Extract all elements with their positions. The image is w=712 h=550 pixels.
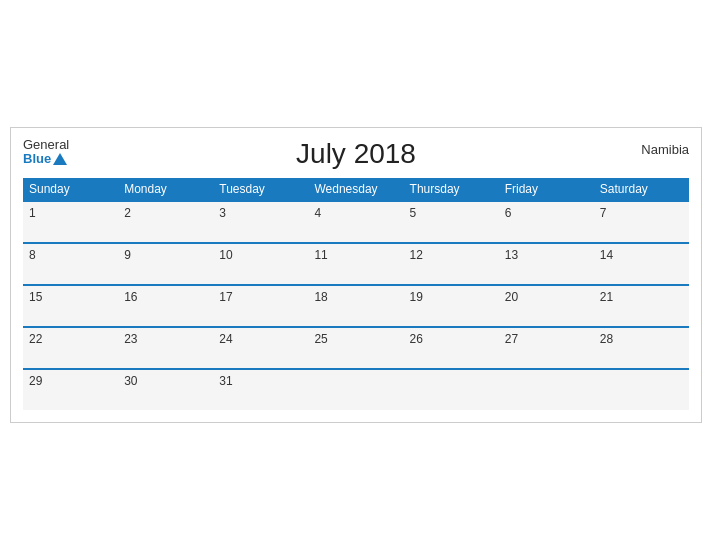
day-cell: 4 bbox=[308, 201, 403, 243]
day-cell: 14 bbox=[594, 243, 689, 285]
day-cell: 10 bbox=[213, 243, 308, 285]
week-row-1: 1234567 bbox=[23, 201, 689, 243]
day-cell: 23 bbox=[118, 327, 213, 369]
day-cell: 19 bbox=[404, 285, 499, 327]
country-label: Namibia bbox=[641, 142, 689, 157]
week-row-2: 891011121314 bbox=[23, 243, 689, 285]
day-cell: 25 bbox=[308, 327, 403, 369]
day-cell: 7 bbox=[594, 201, 689, 243]
day-cell: 26 bbox=[404, 327, 499, 369]
day-header-wednesday: Wednesday bbox=[308, 178, 403, 201]
day-header-saturday: Saturday bbox=[594, 178, 689, 201]
day-cell: 31 bbox=[213, 369, 308, 410]
calendar-header: General Blue July 2018 Namibia bbox=[23, 138, 689, 170]
day-cell: 18 bbox=[308, 285, 403, 327]
day-header-thursday: Thursday bbox=[404, 178, 499, 201]
day-cell: 11 bbox=[308, 243, 403, 285]
day-cell: 6 bbox=[499, 201, 594, 243]
day-cell bbox=[308, 369, 403, 410]
week-row-5: 293031 bbox=[23, 369, 689, 410]
logo-triangle-icon bbox=[53, 153, 67, 165]
day-cell: 2 bbox=[118, 201, 213, 243]
logo-general-text: General bbox=[23, 138, 69, 152]
day-cell bbox=[594, 369, 689, 410]
day-cell: 27 bbox=[499, 327, 594, 369]
day-cell: 15 bbox=[23, 285, 118, 327]
calendar-table: Sunday Monday Tuesday Wednesday Thursday… bbox=[23, 178, 689, 410]
day-cell: 30 bbox=[118, 369, 213, 410]
day-header-tuesday: Tuesday bbox=[213, 178, 308, 201]
day-cell: 13 bbox=[499, 243, 594, 285]
day-cell: 17 bbox=[213, 285, 308, 327]
day-cell bbox=[404, 369, 499, 410]
calendar-title: July 2018 bbox=[296, 138, 416, 170]
days-header-row: Sunday Monday Tuesday Wednesday Thursday… bbox=[23, 178, 689, 201]
day-cell: 9 bbox=[118, 243, 213, 285]
day-header-monday: Monday bbox=[118, 178, 213, 201]
calendar-container: General Blue July 2018 Namibia Sunday Mo… bbox=[10, 127, 702, 423]
logo-blue-text: Blue bbox=[23, 152, 67, 166]
day-cell: 3 bbox=[213, 201, 308, 243]
week-row-4: 22232425262728 bbox=[23, 327, 689, 369]
logo: General Blue bbox=[23, 138, 69, 167]
day-cell: 16 bbox=[118, 285, 213, 327]
day-cell: 8 bbox=[23, 243, 118, 285]
week-row-3: 15161718192021 bbox=[23, 285, 689, 327]
day-cell: 20 bbox=[499, 285, 594, 327]
day-cell: 22 bbox=[23, 327, 118, 369]
day-cell: 21 bbox=[594, 285, 689, 327]
day-cell: 24 bbox=[213, 327, 308, 369]
day-header-friday: Friday bbox=[499, 178, 594, 201]
day-cell: 28 bbox=[594, 327, 689, 369]
day-cell bbox=[499, 369, 594, 410]
day-cell: 12 bbox=[404, 243, 499, 285]
day-cell: 1 bbox=[23, 201, 118, 243]
day-cell: 5 bbox=[404, 201, 499, 243]
day-header-sunday: Sunday bbox=[23, 178, 118, 201]
day-cell: 29 bbox=[23, 369, 118, 410]
